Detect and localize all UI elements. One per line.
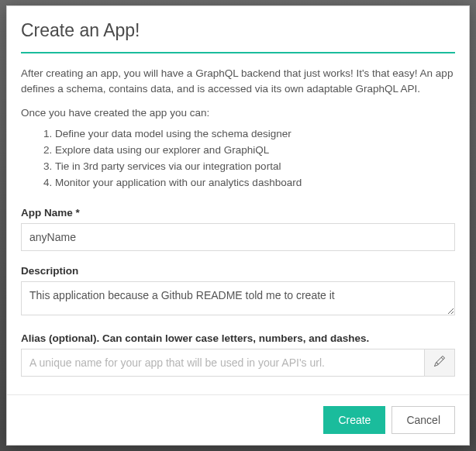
modal-title: Create an App! <box>21 20 455 41</box>
alias-row <box>21 349 455 377</box>
steps-list: Define your data model using the schema … <box>21 126 455 191</box>
modal-body: Create an App! After creating an app, yo… <box>7 6 469 394</box>
list-item: Explore data using our explorer and Grap… <box>55 143 455 159</box>
intro-text: After creating an app, you will have a G… <box>21 66 455 96</box>
alias-edit-button[interactable] <box>424 349 455 377</box>
alias-input[interactable] <box>21 349 424 377</box>
title-rule <box>21 52 455 53</box>
list-item: Define your data model using the schema … <box>55 126 455 143</box>
list-item: Monitor your application with our analyt… <box>55 175 455 191</box>
create-app-modal: Create an App! After creating an app, yo… <box>6 5 470 446</box>
modal-footer: Create Cancel <box>7 394 469 445</box>
app-name-label: App Name * <box>21 207 455 219</box>
create-button[interactable]: Create <box>323 406 385 434</box>
pencil-icon <box>434 356 445 369</box>
description-label: Description <box>21 265 455 277</box>
description-input[interactable] <box>21 281 455 315</box>
after-list-label: Once you have created the app you can: <box>21 107 455 119</box>
cancel-button[interactable]: Cancel <box>391 406 455 434</box>
app-name-input[interactable] <box>21 223 455 251</box>
list-item: Tie in 3rd party services via our integr… <box>55 159 455 175</box>
alias-label: Alias (optional). Can contain lower case… <box>21 332 455 344</box>
